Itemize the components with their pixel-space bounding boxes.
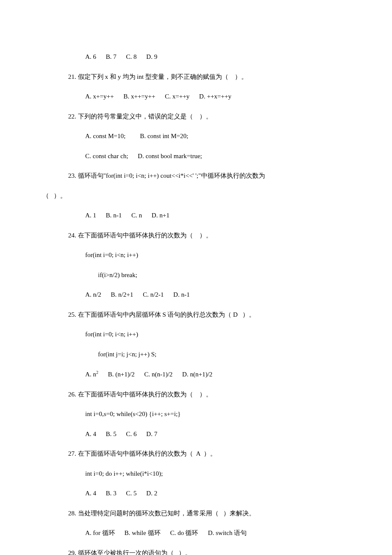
- q24-code-a: for(int i=0; i<n; i++): [43, 245, 362, 265]
- q24-code-b: if(i>n/2) break;: [43, 265, 362, 285]
- q25-options: A. n2 B. (n+1)/2 C. n(n-1)/2 D. n(n+1)/2: [43, 364, 362, 384]
- q27-code: int i=0; do i++; while(i*i<10);: [43, 464, 362, 484]
- q25-opt-rest: B. (n+1)/2 C. n(n-1)/2 D. n(n+1)/2: [98, 371, 213, 378]
- q21-options: A. x+=y++ B. x++=y++ C. x=++y D. ++x=++y: [43, 87, 362, 107]
- q28-text: 28. 当处理特定问题时的循环次数已知时，通常采用（ ）来解决。: [43, 503, 362, 523]
- q24-text: 24. 在下面循环语句中循环体执行的次数为（ ）。: [43, 225, 362, 246]
- q21-text: 21. 假定下列 x 和 y 均为 int 型变量，则不正确的赋值为（ ）。: [43, 67, 362, 87]
- q22-options-a: A. const M=10; B. const int M=20;: [43, 126, 362, 146]
- q23-options: A. 1 B. n-1 C. n D. n+1: [43, 205, 362, 225]
- q25-opt-a: A. n: [85, 371, 96, 378]
- document-content: A. 6 B. 7 C. 8 D. 9 21. 假定下列 x 和 y 均为 in…: [0, 47, 392, 555]
- q22-text: 22. 下列的符号常量定义中，错误的定义是（ ）。: [43, 107, 362, 127]
- q29-text: 29. 循环体至少被执行一次的语句为（ ）。: [43, 543, 362, 555]
- q27-options: A. 4 B. 3 C. 5 D. 2: [43, 483, 362, 503]
- q24-options: A. n/2 B. n/2+1 C. n/2-1 D. n-1: [43, 285, 362, 305]
- q23-text-a: 23. 循环语句"for(int i=0; i<n; i++) cout<<i*…: [43, 166, 362, 186]
- q25-code-a: for(int i=0; i<n; i++): [43, 324, 362, 344]
- q22-options-b: C. const char ch; D. const bool mark=tru…: [43, 146, 362, 166]
- q20-options: A. 6 B. 7 C. 8 D. 9: [43, 47, 362, 67]
- q25-code-b: for(int j=i; j<n; j++) S;: [43, 344, 362, 364]
- q26-code: int i=0,s=0; while(s<20) {i++; s+=i;}: [43, 404, 362, 424]
- q26-options: A. 4 B. 5 C. 6 D. 7: [43, 424, 362, 444]
- q23-text-b: （ ）。: [43, 186, 362, 206]
- q28-options: A. for 循环 B. while 循环 C. do 循环 D. switch…: [43, 523, 362, 543]
- q26-text: 26. 在下面循环语句中循环体执行的次数为（ ）。: [43, 384, 362, 405]
- q27-text: 27. 在下面循环语句中循环体执行的次数为（ A ）。: [43, 444, 362, 464]
- q25-text: 25. 在下面循环语句中内层循环体 S 语句的执行总次数为（ D ）。: [43, 305, 362, 325]
